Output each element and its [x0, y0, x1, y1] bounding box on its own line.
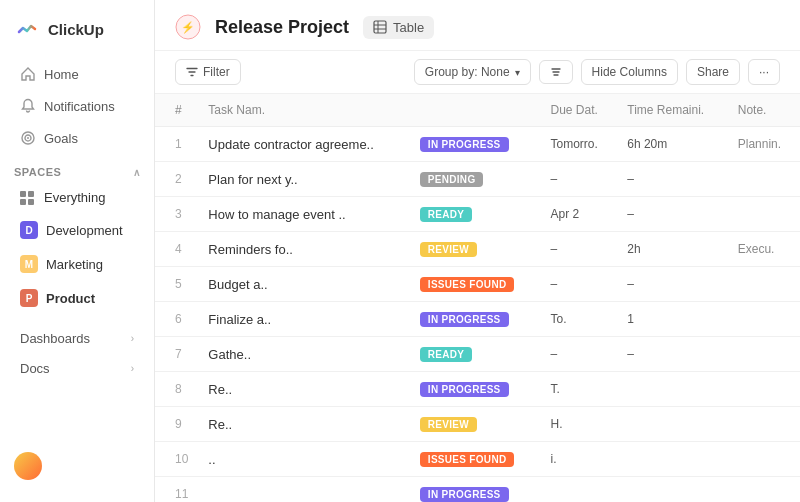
everything-grid-icon	[20, 191, 36, 205]
row-task-name: Reminders fo..	[198, 232, 409, 267]
row-notes	[728, 302, 800, 337]
bell-icon	[20, 98, 36, 114]
row-status: READY	[410, 337, 541, 372]
table-view-tab[interactable]: Table	[363, 16, 434, 39]
sidebar-item-notifications[interactable]: Notifications	[6, 91, 148, 121]
row-task-name: Re..	[198, 407, 409, 442]
status-badge: IN PROGRESS	[420, 312, 509, 327]
sidebar: ClickUp Home Notifications Goals Spaces …	[0, 0, 155, 502]
row-num: 2	[155, 162, 198, 197]
sort-button[interactable]	[539, 60, 573, 84]
row-task-name: Budget a..	[198, 267, 409, 302]
row-time-remaining	[617, 372, 727, 407]
page-header: ⚡ Release Project Table	[155, 0, 800, 51]
row-time-remaining: –	[617, 267, 727, 302]
col-notes: Note.	[728, 94, 800, 127]
sort-icon	[550, 66, 562, 78]
table-row[interactable]: 2 Plan for next y.. PENDING – –	[155, 162, 800, 197]
spaces-section-header: Spaces ∧	[0, 154, 154, 182]
status-badge: REVIEW	[420, 417, 477, 432]
table-row[interactable]: 9 Re.. REVIEW H.	[155, 407, 800, 442]
row-task-name: ..	[198, 442, 409, 477]
main-content: ⚡ Release Project Table Filter Group by:…	[155, 0, 800, 502]
row-task-name: How to manage event ..	[198, 197, 409, 232]
row-due-date: –	[540, 267, 617, 302]
row-due-date: T.	[540, 372, 617, 407]
row-status: ISSUES FOUND	[410, 267, 541, 302]
sidebar-item-dashboards[interactable]: Dashboards ›	[6, 324, 148, 353]
sidebar-item-goals[interactable]: Goals	[6, 123, 148, 153]
row-task-name: Re..	[198, 372, 409, 407]
table-row[interactable]: 6 Finalize a.. IN PROGRESS To. 1	[155, 302, 800, 337]
sidebar-item-docs[interactable]: Docs ›	[6, 354, 148, 383]
row-due-date: Tomorro.	[540, 127, 617, 162]
everything-label: Everything	[44, 190, 105, 205]
table-row[interactable]: 7 Gathe.. READY – –	[155, 337, 800, 372]
sidebar-item-product[interactable]: P Product	[6, 282, 148, 314]
product-label: Product	[46, 291, 95, 306]
row-status: ISSUES FOUND	[410, 442, 541, 477]
table-row[interactable]: 4 Reminders fo.. REVIEW – 2h Execu.	[155, 232, 800, 267]
svg-rect-6	[374, 21, 386, 33]
table-row[interactable]: 10 .. ISSUES FOUND i.	[155, 442, 800, 477]
row-due-date: To.	[540, 302, 617, 337]
row-num: 1	[155, 127, 198, 162]
project-icon: ⚡	[175, 14, 201, 40]
marketing-dot: M	[20, 255, 38, 273]
row-time-remaining: –	[617, 162, 727, 197]
row-time-remaining: 1	[617, 302, 727, 337]
row-status: IN PROGRESS	[410, 302, 541, 337]
share-button[interactable]: Share	[686, 59, 740, 85]
table-row[interactable]: 5 Budget a.. ISSUES FOUND – –	[155, 267, 800, 302]
col-status	[410, 94, 541, 127]
row-time-remaining	[617, 442, 727, 477]
row-task-name: Finalize a..	[198, 302, 409, 337]
row-num: 9	[155, 407, 198, 442]
status-badge: IN PROGRESS	[420, 382, 509, 397]
user-avatar[interactable]	[14, 452, 42, 480]
toolbar: Filter Group by: None ▾ Hide Columns Sha…	[155, 51, 800, 94]
table-row[interactable]: 8 Re.. IN PROGRESS T.	[155, 372, 800, 407]
table-icon	[373, 20, 387, 34]
row-due-date: i.	[540, 442, 617, 477]
sidebar-item-home[interactable]: Home	[6, 59, 148, 89]
row-notes	[728, 162, 800, 197]
filter-icon	[186, 66, 198, 78]
sidebar-footer	[0, 442, 154, 490]
sidebar-item-everything[interactable]: Everything	[6, 183, 148, 212]
goals-label: Goals	[44, 131, 78, 146]
row-notes	[728, 267, 800, 302]
table-row[interactable]: 11 IN PROGRESS	[155, 477, 800, 503]
status-badge: ISSUES FOUND	[420, 452, 515, 467]
app-name: ClickUp	[48, 21, 104, 38]
row-time-remaining: –	[617, 337, 727, 372]
table-view-label: Table	[393, 20, 424, 35]
col-due-date: Due Dat.	[540, 94, 617, 127]
table-row[interactable]: 1 Update contractor agreeme.. IN PROGRES…	[155, 127, 800, 162]
status-badge: IN PROGRESS	[420, 137, 509, 152]
row-due-date: Apr 2	[540, 197, 617, 232]
row-status: IN PROGRESS	[410, 477, 541, 503]
row-notes	[728, 477, 800, 503]
spaces-collapse-icon[interactable]: ∧	[133, 167, 141, 178]
status-badge: REVIEW	[420, 242, 477, 257]
col-time-remaining: Time Remaini.	[617, 94, 727, 127]
group-by-button[interactable]: Group by: None ▾	[414, 59, 531, 85]
home-icon	[20, 66, 36, 82]
sidebar-item-development[interactable]: D Development	[6, 214, 148, 246]
table-row[interactable]: 3 How to manage event .. READY Apr 2 –	[155, 197, 800, 232]
dashboards-chevron-icon: ›	[131, 333, 134, 344]
dropdown-arrow-icon: ▾	[515, 67, 520, 78]
task-table-container: # Task Nam. Due Dat. Time Remaini. Note.…	[155, 94, 800, 502]
more-options-button[interactable]: ···	[748, 59, 780, 85]
hide-columns-button[interactable]: Hide Columns	[581, 59, 678, 85]
sidebar-item-marketing[interactable]: M Marketing	[6, 248, 148, 280]
row-num: 4	[155, 232, 198, 267]
app-logo[interactable]: ClickUp	[0, 12, 154, 58]
status-badge: IN PROGRESS	[420, 487, 509, 502]
filter-button[interactable]: Filter	[175, 59, 241, 85]
docs-label: Docs	[20, 361, 50, 376]
row-due-date: –	[540, 162, 617, 197]
row-num: 7	[155, 337, 198, 372]
row-status: IN PROGRESS	[410, 127, 541, 162]
